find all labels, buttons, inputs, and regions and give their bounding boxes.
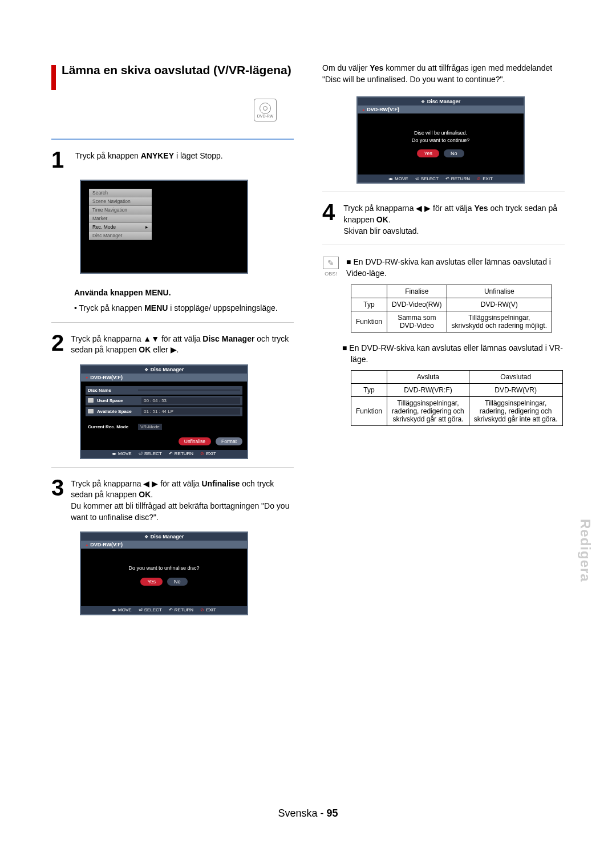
- ui-top-bar: Disc Manager: [358, 98, 524, 106]
- no-button: No: [444, 149, 464, 157]
- pie-icon: [88, 398, 94, 403]
- ui-screenshot-menu: Search Scene Navigation Time Navigation …: [80, 180, 248, 274]
- menu-item: Marker: [89, 214, 152, 223]
- video-mode-table: Finalise Unfinalise Typ DVD-Video(RW) DV…: [351, 285, 552, 332]
- step-2: 2 Tryck på knapparna ▲▼ för att välja Di…: [51, 331, 294, 356]
- ui-top-bar: Disc Manager: [81, 533, 247, 541]
- dvd-rw-label: DVD-RW: [257, 114, 274, 118]
- vr-mode-table: Avsluta Oavslutad Typ DVD-RW(VR:F) DVD-R…: [351, 370, 563, 426]
- ui-screenshot-disc-manager: Disc Manager DVD-RW(V:F) Disc Name Used …: [80, 364, 248, 459]
- vr-mode-bullet: En DVD-RW-skiva kan avslutas eller lämna…: [351, 343, 565, 365]
- step-number: 1: [51, 148, 68, 171]
- menu-item: Search: [89, 189, 152, 197]
- step-4: 4 Tryck på knapparna ◀ ▶ för att välja Y…: [322, 201, 565, 237]
- nav-select: SELECT: [415, 176, 439, 181]
- step-text: Tryck på knappen ANYKEY i läget Stopp.: [75, 148, 223, 171]
- ui-top-bar: Disc Manager: [81, 366, 247, 374]
- dvd-rw-icon: DVD-RW: [254, 99, 277, 121]
- dialog-buttons: Yes No: [362, 149, 519, 157]
- ui-screenshot-unfinalise-confirm: Disc Manager DVD-RW(V:F) Do you want to …: [80, 531, 248, 615]
- nav-return: RETURN: [169, 451, 193, 456]
- nav-return: RETURN: [169, 607, 193, 612]
- dialog-text: Do you want to unfinalise disc?: [86, 553, 242, 572]
- menu-item: Disc Manager: [89, 232, 152, 240]
- step-number: 2: [51, 331, 64, 356]
- note-text: En DVD-RW-skiva kan avslutas eller lämna…: [346, 257, 565, 279]
- ui-header: DVD-RW(V:F): [81, 374, 247, 382]
- step-3: 3 Tryck på knapparna ◀ ▶ för att välja U…: [51, 476, 294, 523]
- info-row: Disc Name: [86, 386, 242, 395]
- nav-exit: EXIT: [200, 451, 216, 456]
- red-accent-bar: [51, 65, 56, 90]
- divider: [51, 322, 294, 323]
- ui-header: DVD-RW(V:F): [81, 541, 247, 549]
- step-1: 1 Tryck på knappen ANYKEY i läget Stopp.: [51, 148, 294, 171]
- ui-header: DVD-RW(V:F): [358, 106, 524, 113]
- step-text: Tryck på knapparna ◀ ▶ för att välja Yes…: [343, 201, 565, 237]
- divider: [322, 245, 565, 245]
- format-pill: Format: [216, 437, 242, 445]
- yes-button: Yes: [417, 149, 439, 157]
- sub-heading: Använda knappen MENU.: [74, 288, 294, 297]
- nav-move: MOVE: [388, 176, 408, 181]
- nav-exit: EXIT: [477, 176, 493, 181]
- pill-row: Unfinalise Format: [86, 437, 242, 445]
- dialog-text: Disc will be unfinalised. Do you want to…: [362, 118, 519, 144]
- nav-exit: EXIT: [200, 607, 216, 612]
- info-row: Available Space01 : 51 : 44 LP: [86, 407, 242, 416]
- ui-nav-bar: MOVE SELECT RETURN EXIT: [81, 606, 247, 614]
- nav-move: MOVE: [112, 607, 132, 612]
- yes-button: Yes: [140, 578, 163, 586]
- menu-item-selected: Rec. Mode: [89, 223, 152, 232]
- menu-item: Scene Navigation: [89, 197, 152, 206]
- ui-nav-bar: MOVE SELECT RETURN EXIT: [358, 175, 524, 182]
- step-number: 4: [322, 201, 337, 237]
- divider: [51, 139, 294, 140]
- note-box: ✎ OBS! En DVD-RW-skiva kan avslutas elle…: [322, 257, 565, 279]
- nav-select: SELECT: [139, 607, 162, 612]
- nav-select: SELECT: [139, 451, 162, 456]
- no-button: No: [167, 578, 188, 586]
- side-tab: Redigera: [577, 519, 593, 582]
- section-title: Lämna en skiva oavslutad (V/VR-lägena): [51, 63, 294, 90]
- nav-move: MOVE: [112, 451, 132, 456]
- note-label: OBS!: [325, 271, 337, 277]
- bullet-text: • Tryck på knappen MENU i stoppläge/ upp…: [80, 303, 294, 314]
- intro-paragraph: Om du väljer Yes kommer du att tillfråga…: [322, 63, 565, 85]
- ui-screenshot-continue-confirm: Disc Manager DVD-RW(V:F) Disc will be un…: [356, 96, 525, 184]
- ui-nav-bar: MOVE SELECT RETURN EXIT: [81, 450, 247, 458]
- diamond-icon: [421, 99, 425, 104]
- step-number: 3: [51, 476, 64, 523]
- section-heading: Lämna en skiva oavslutad (V/VR-lägena): [62, 63, 291, 77]
- menu-item: Time Navigation: [89, 206, 152, 214]
- divider: [51, 467, 294, 468]
- unfinalise-pill: Unfinalise: [179, 437, 211, 445]
- page-footer: Svenska - 95: [0, 808, 616, 819]
- nav-return: RETURN: [445, 176, 470, 181]
- pencil-icon: ✎: [323, 257, 339, 269]
- diamond-icon: [144, 534, 148, 539]
- info-row: Current Rec. ModeVR-Mode: [86, 422, 242, 432]
- divider: [322, 192, 565, 192]
- menu-list: Search Scene Navigation Time Navigation …: [89, 189, 152, 240]
- step-text: Tryck på knapparna ◀ ▶ för att välja Unf…: [71, 476, 294, 523]
- step-text: Tryck på knapparna ▲▼ för att välja Disc…: [71, 331, 294, 356]
- note-icon: ✎ OBS!: [322, 257, 339, 279]
- dialog-buttons: Yes No: [86, 578, 242, 586]
- info-row: Used Space00 : 04 : 53: [86, 396, 242, 405]
- diamond-icon: [144, 367, 148, 372]
- pie-icon: [88, 409, 94, 413]
